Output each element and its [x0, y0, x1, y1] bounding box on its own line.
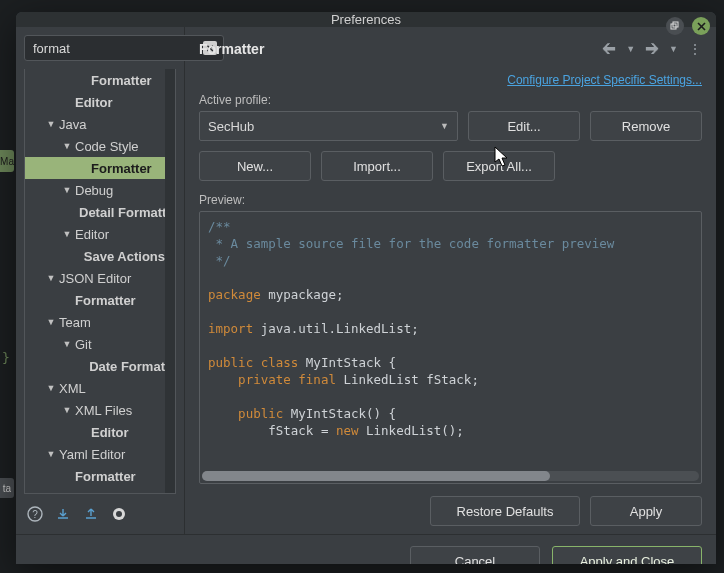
tree-item[interactable]: Formatter	[25, 157, 165, 179]
expand-arrow-icon[interactable]: ▼	[61, 229, 73, 239]
tree-item[interactable]: Formatter	[25, 465, 165, 487]
active-profile-dropdown[interactable]: SecHub ▼	[199, 111, 458, 141]
tree-item-label: Git	[75, 337, 92, 352]
import-prefs-icon[interactable]	[54, 505, 72, 523]
tree-item[interactable]: Editor	[25, 421, 165, 443]
new-button[interactable]: New...	[199, 151, 311, 181]
expand-arrow-icon[interactable]: ▼	[61, 185, 73, 195]
svg-text:?: ?	[32, 509, 38, 520]
expand-arrow-icon[interactable]: ▼	[45, 449, 57, 459]
tree-item-label: Code Style	[75, 139, 139, 154]
dialog-footer: Cancel Apply and Close	[16, 534, 716, 564]
tree-item[interactable]: ▼Editor	[25, 223, 165, 245]
tree-item-label: Editor	[91, 425, 129, 440]
tree-item[interactable]: Save Actions	[25, 245, 165, 267]
tree-item[interactable]: ▼XML Files	[25, 399, 165, 421]
tree-item-label: Formatter	[91, 73, 152, 88]
remove-button[interactable]: Remove	[590, 111, 702, 141]
expand-arrow-icon[interactable]: ▼	[45, 383, 57, 393]
scrollbar-thumb[interactable]	[202, 471, 550, 481]
oomph-icon[interactable]	[110, 505, 128, 523]
export-all-button[interactable]: Export All...	[443, 151, 555, 181]
preferences-tree[interactable]: FormatterEditor▼Java▼Code StyleFormatter…	[25, 69, 165, 493]
edit-button[interactable]: Edit...	[468, 111, 580, 141]
import-button[interactable]: Import...	[321, 151, 433, 181]
preview-pane: /** * A sample source file for the code …	[199, 211, 702, 484]
background-label: ta	[0, 478, 14, 498]
tree-scrollbar[interactable]	[165, 69, 175, 493]
code-kw: new	[336, 423, 359, 438]
nav-forward-menu-icon[interactable]: ▼	[669, 44, 678, 54]
tree-item[interactable]: Date Format	[25, 355, 165, 377]
left-panel: ✕ FormatterEditor▼Java▼Code StyleFormatt…	[16, 27, 185, 534]
configure-project-link[interactable]: Configure Project Specific Settings...	[507, 73, 702, 87]
filter-input[interactable]	[31, 40, 203, 57]
tree-item[interactable]: Editor	[25, 91, 165, 113]
svg-point-7	[116, 511, 122, 517]
tree-item-label: Detail Formatt	[79, 205, 165, 220]
background-tab: Ma	[0, 150, 14, 172]
tree-item-label: XML	[59, 381, 86, 396]
code-text: MyIntStack {	[298, 355, 396, 370]
cancel-button[interactable]: Cancel	[410, 546, 540, 564]
code-line: * A sample source file for the code form…	[208, 236, 614, 251]
nav-back-menu-icon[interactable]: ▼	[626, 44, 635, 54]
tree-item[interactable]: ▼Yaml Editor	[25, 443, 165, 465]
titlebar: Preferences	[16, 12, 716, 27]
apply-and-close-button[interactable]: Apply and Close	[552, 546, 702, 564]
expand-arrow-icon[interactable]: ▼	[45, 273, 57, 283]
code-line: */	[208, 253, 231, 268]
apply-button[interactable]: Apply	[590, 496, 702, 526]
window-close-icon[interactable]	[692, 17, 710, 35]
preferences-window: Preferences ✕ FormatterEditor▼Java	[16, 12, 716, 564]
code-text: java.util.LinkedList;	[253, 321, 419, 336]
tree-item[interactable]: Detail Formatt	[25, 201, 165, 223]
expand-arrow-icon[interactable]: ▼	[61, 405, 73, 415]
window-restore-icon[interactable]	[666, 17, 684, 35]
tree-item[interactable]: ▼Java	[25, 113, 165, 135]
restore-defaults-button[interactable]: Restore Defaults	[430, 496, 580, 526]
active-profile-value: SecHub	[208, 119, 254, 134]
tree-item[interactable]: ▼Code Style	[25, 135, 165, 157]
export-prefs-icon[interactable]	[82, 505, 100, 523]
expand-arrow-icon[interactable]: ▼	[45, 317, 57, 327]
tree-item-label: Java	[59, 117, 86, 132]
expand-arrow-icon[interactable]: ▼	[61, 339, 73, 349]
tree-item-label: Formatter	[75, 293, 136, 308]
code-text: LinkedList();	[359, 423, 464, 438]
page-menu-icon[interactable]: ⋮	[688, 41, 702, 57]
tree-item[interactable]: ▼Team	[25, 311, 165, 333]
tree-item-label: XML Files	[75, 403, 132, 418]
expand-arrow-icon[interactable]: ▼	[45, 119, 57, 129]
window-title: Preferences	[331, 12, 401, 27]
tree-item[interactable]: ▼Debug	[25, 179, 165, 201]
code-text: MyIntStack() {	[283, 406, 396, 421]
tree-item[interactable]: Formatter	[25, 289, 165, 311]
expand-arrow-icon[interactable]: ▼	[61, 141, 73, 151]
tree-item-label: Formatter	[75, 469, 136, 484]
tree-item-label: Yaml Editor	[59, 447, 125, 462]
tree-item-label: Editor	[75, 227, 109, 242]
code-kw: public	[208, 406, 283, 421]
code-kw: package	[208, 287, 261, 302]
code-text: mypackage;	[261, 287, 344, 302]
code-text: LinkedList fStack;	[336, 372, 479, 387]
tree-item-label: Team	[59, 315, 91, 330]
code-kw: public class	[208, 355, 298, 370]
tree-item-label: Debug	[75, 183, 113, 198]
help-icon[interactable]: ?	[26, 505, 44, 523]
nav-forward-icon[interactable]: 🡲	[645, 41, 659, 57]
preview-label: Preview:	[199, 193, 702, 207]
tree-item[interactable]: ▼JSON Editor	[25, 267, 165, 289]
tree-item[interactable]: Formatter	[25, 69, 165, 91]
background-brace: }	[2, 350, 10, 365]
preview-h-scrollbar[interactable]	[202, 471, 699, 481]
tree-item[interactable]: ▼XML	[25, 377, 165, 399]
left-toolbar: ?	[16, 494, 184, 534]
tree-item[interactable]: ▼Git	[25, 333, 165, 355]
code-kw: import	[208, 321, 253, 336]
right-panel: Formatter 🡰 ▼ 🡲 ▼ ⋮ Configure Project Sp…	[185, 27, 716, 534]
nav-back-icon[interactable]: 🡰	[602, 41, 616, 57]
tree-item-label: Formatter	[91, 161, 152, 176]
chevron-down-icon: ▼	[440, 121, 449, 131]
